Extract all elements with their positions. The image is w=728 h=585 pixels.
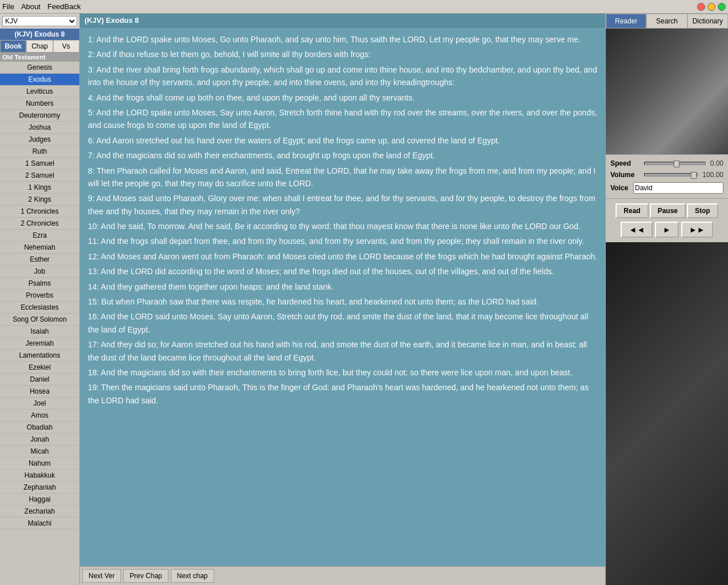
book-song-of-solomon[interactable]: Song Of Solomon — [0, 314, 79, 326]
verse-14: 14: And they gathered them together upon… — [88, 281, 597, 293]
verse-15: 15: But when Pharaoh saw that there was … — [88, 295, 597, 308]
book-2chronicles[interactable]: 2 Chronicles — [0, 218, 79, 230]
book-zechariah[interactable]: Zechariah — [0, 506, 79, 518]
voice-input[interactable] — [633, 182, 723, 194]
section-header-ot: Old Testament — [0, 53, 79, 62]
reader-image-bottom — [606, 242, 728, 585]
pause-button[interactable]: Pause — [650, 203, 686, 218]
book-malachi[interactable]: Malachi — [0, 518, 79, 530]
book-ezra[interactable]: Ezra — [0, 230, 79, 242]
verse-7: 7: And the magicians did so with their e… — [88, 149, 597, 162]
speed-value: 0.00 — [710, 159, 723, 167]
tab-search[interactable]: Search — [646, 14, 687, 28]
verse-18: 18: And the magicians did so with their … — [88, 366, 597, 379]
reader-image-top — [606, 29, 728, 154]
book-micah[interactable]: Micah — [0, 446, 79, 458]
rewind-button[interactable]: ◄◄ — [621, 222, 653, 238]
volume-slider[interactable] — [644, 173, 698, 177]
verse-9: 9: And Moses said unto Pharaoh, Glory ov… — [88, 192, 597, 218]
bcv-tabs: Book Chap Vs — [0, 40, 79, 53]
book-ecclesiastes[interactable]: Ecclesiastes — [0, 302, 79, 314]
tab-chap[interactable]: Chap — [26, 40, 53, 52]
book-esther[interactable]: Esther — [0, 254, 79, 266]
play-button[interactable]: ► — [655, 222, 679, 238]
close-button[interactable] — [697, 3, 705, 11]
main-content: KJV NIV ESV NASB NLT (KJV) Exodus 8 Book… — [0, 14, 728, 585]
speed-slider[interactable] — [644, 162, 706, 165]
play-buttons: Read Pause Stop — [610, 203, 723, 218]
book-isaiah[interactable]: Isaiah — [0, 326, 79, 338]
verse-2: 2: And if thou refuse to let them go, be… — [88, 48, 597, 61]
prev-chap-button[interactable]: Prev Chap — [123, 569, 168, 583]
book-2kings[interactable]: 2 Kings — [0, 194, 79, 206]
volume-control-row: Volume 100.00 — [610, 171, 723, 179]
menu-feedback[interactable]: FeedBack — [47, 2, 81, 11]
version-select-row: KJV NIV ESV NASB NLT — [0, 14, 79, 29]
verse-5: 5: And the LORD spake unto Moses, Say un… — [88, 106, 597, 132]
transport-buttons: ◄◄ ► ►► — [610, 222, 723, 238]
book-2samuel[interactable]: 2 Samuel — [0, 170, 79, 182]
version-select[interactable]: KJV NIV ESV NASB NLT — [2, 16, 77, 26]
book-list: Old Testament Genesis Exodus Leviticus N… — [0, 53, 79, 585]
book-deuteronomy[interactable]: Deuteronomy — [0, 110, 79, 122]
verse-4: 4: And the frogs shall come up both on t… — [88, 91, 597, 104]
center-panel: (KJV) Exodus 8 1: And the LORD spake unt… — [80, 14, 605, 585]
book-1chronicles[interactable]: 1 Chronicles — [0, 206, 79, 218]
book-jonah[interactable]: Jonah — [0, 434, 79, 446]
book-habakkuk[interactable]: Habakkuk — [0, 470, 79, 482]
book-numbers[interactable]: Numbers — [0, 98, 79, 110]
book-amos[interactable]: Amos — [0, 410, 79, 422]
book-daniel[interactable]: Daniel — [0, 374, 79, 386]
playback-controls: Read Pause Stop ◄◄ ► ►► — [606, 198, 728, 242]
book-nahum[interactable]: Nahum — [0, 458, 79, 470]
book-proverbs[interactable]: Proverbs — [0, 290, 79, 302]
book-judges[interactable]: Judges — [0, 134, 79, 146]
verse-6: 6: And Aaron stretched out his hand over… — [88, 134, 597, 147]
book-ezekiel[interactable]: Ezekiel — [0, 362, 79, 374]
verse-1: 1: And the LORD spake unto Moses, Go unt… — [88, 33, 597, 46]
tab-dictionary[interactable]: Dictionary — [687, 14, 728, 28]
minimize-button[interactable] — [707, 3, 715, 11]
tab-vs[interactable]: Vs — [53, 40, 79, 52]
bible-text[interactable]: 1: And the LORD spake unto Moses, Go unt… — [80, 27, 605, 566]
book-nehemiah[interactable]: Nehemiah — [0, 242, 79, 254]
tab-book[interactable]: Book — [0, 40, 26, 52]
stop-button[interactable]: Stop — [687, 203, 718, 218]
book-hosea[interactable]: Hosea — [0, 386, 79, 398]
verse-19: 19: Then the magicians said unto Pharaoh… — [88, 381, 597, 407]
right-panel: Reader Search Dictionary Speed 0.00 Volu… — [605, 14, 728, 585]
read-button[interactable]: Read — [616, 203, 648, 218]
book-jeremiah[interactable]: Jeremiah — [0, 338, 79, 350]
book-lamentations[interactable]: Lamentations — [0, 350, 79, 362]
speed-label: Speed — [610, 159, 642, 167]
menu-file[interactable]: File — [2, 2, 14, 11]
left-panel: KJV NIV ESV NASB NLT (KJV) Exodus 8 Book… — [0, 14, 80, 585]
next-chap-button[interactable]: Next chap — [171, 569, 214, 583]
book-genesis[interactable]: Genesis — [0, 62, 79, 74]
book-joshua[interactable]: Joshua — [0, 122, 79, 134]
menu-about[interactable]: About — [21, 2, 41, 11]
verse-16: 16: And the LORD said unto Moses, Say un… — [88, 310, 597, 336]
book-zephaniah[interactable]: Zephaniah — [0, 482, 79, 494]
verse-11: 11: And the frogs shall depart from thee… — [88, 235, 597, 247]
tab-reader[interactable]: Reader — [606, 14, 646, 28]
menu-bar: File About FeedBack — [0, 0, 728, 14]
next-ver-button[interactable]: Next Ver — [82, 569, 121, 583]
right-tabs: Reader Search Dictionary — [606, 14, 728, 29]
forward-button[interactable]: ►► — [681, 222, 713, 238]
book-exodus[interactable]: Exodus — [0, 74, 79, 86]
book-ruth[interactable]: Ruth — [0, 146, 79, 158]
book-joel[interactable]: Joel — [0, 398, 79, 410]
book-psalms[interactable]: Psalms — [0, 278, 79, 290]
audio-controls: Speed 0.00 Volume 100.00 Voice — [606, 154, 728, 198]
book-leviticus[interactable]: Leviticus — [0, 86, 79, 98]
book-1samuel[interactable]: 1 Samuel — [0, 158, 79, 170]
book-obadiah[interactable]: Obadiah — [0, 422, 79, 434]
book-job[interactable]: Job — [0, 266, 79, 278]
book-haggai[interactable]: Haggai — [0, 494, 79, 506]
maximize-button[interactable] — [718, 3, 726, 11]
book-1kings[interactable]: 1 Kings — [0, 182, 79, 194]
verse-12: 12: And Moses and Aaron went out from Ph… — [88, 250, 597, 263]
verse-13: 13: And the LORD did according to the wo… — [88, 265, 597, 278]
volume-label: Volume — [610, 171, 642, 179]
